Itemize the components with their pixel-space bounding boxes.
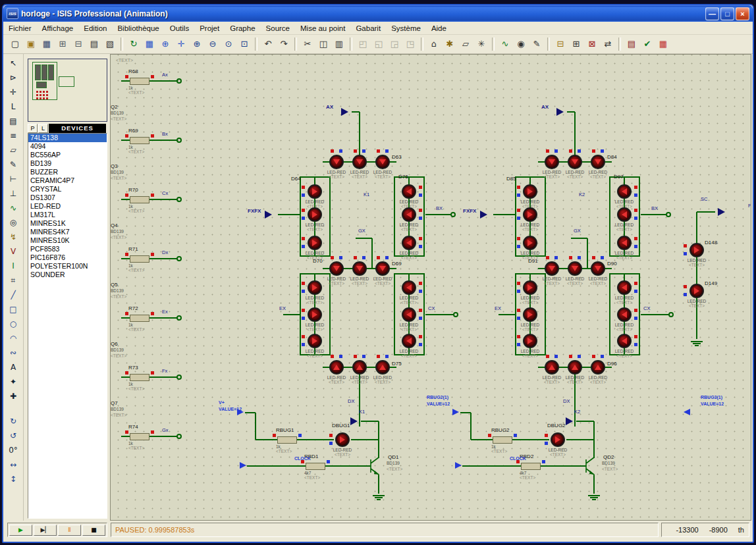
zoom-out[interactable]: ⊖ — [205, 37, 220, 51]
buffer-gate[interactable] — [556, 108, 564, 116]
wire[interactable] — [571, 238, 587, 239]
menu-gabarit[interactable]: Gabarit — [350, 23, 386, 34]
stop-button[interactable]: ■ — [82, 525, 105, 536]
buffer-gate[interactable] — [718, 208, 725, 216]
wire[interactable] — [696, 212, 697, 339]
undo[interactable]: ↶ — [261, 37, 275, 51]
step-button[interactable]: ▶▏ — [34, 525, 57, 536]
close-button[interactable]: × — [736, 7, 749, 20]
clock-flag-arrow-icon[interactable] — [240, 462, 246, 469]
led[interactable] — [402, 207, 416, 222]
wire[interactable] — [593, 421, 595, 458]
2d-text-mode[interactable]: A — [5, 361, 21, 374]
zoom-in[interactable]: ⊕ — [190, 37, 204, 51]
wire-terminal[interactable] — [176, 78, 182, 84]
wire[interactable] — [255, 413, 256, 440]
led[interactable] — [617, 280, 632, 295]
generator-mode[interactable]: ↯ — [5, 230, 21, 244]
bill-of-materials[interactable]: ▤ — [624, 37, 639, 51]
wire[interactable] — [566, 439, 594, 440]
wire[interactable] — [697, 211, 715, 213]
wire[interactable] — [149, 258, 177, 259]
device-item-74ls138[interactable]: 74LS138 — [28, 134, 107, 142]
transistor-qd2[interactable] — [580, 455, 599, 480]
paste-from-clipboard[interactable]: ▥ — [332, 37, 346, 51]
wire[interactable] — [269, 439, 277, 440]
led[interactable] — [523, 334, 537, 348]
led[interactable] — [352, 360, 367, 375]
wire-terminal[interactable] — [176, 434, 182, 439]
decompose-element[interactable]: ✳ — [474, 37, 489, 51]
led[interactable] — [352, 155, 367, 169]
led[interactable] — [329, 155, 344, 169]
led[interactable] — [402, 236, 416, 250]
wire[interactable] — [587, 238, 588, 269]
led-dbug1[interactable] — [335, 432, 350, 447]
text-script-mode[interactable]: ▤ — [5, 115, 21, 128]
device-item-minres10k[interactable]: MINRES10K — [28, 236, 107, 245]
voltage-probe-mode[interactable]: V — [5, 245, 21, 258]
copy-to-clipboard[interactable]: ◫ — [316, 37, 331, 51]
resistor-r71[interactable] — [130, 255, 149, 263]
wire[interactable] — [149, 317, 177, 319]
led-d90[interactable] — [591, 261, 605, 276]
exit-to-parent-sheet[interactable]: ⇄ — [601, 37, 615, 51]
led[interactable] — [308, 207, 322, 222]
led[interactable] — [308, 280, 322, 295]
redraw-display[interactable]: ↻ — [126, 37, 141, 51]
wire-terminal[interactable] — [450, 212, 456, 217]
wire[interactable] — [425, 314, 454, 315]
wire[interactable] — [576, 421, 594, 422]
wire[interactable] — [499, 314, 515, 315]
packaging-tool[interactable]: ▱ — [458, 37, 473, 51]
resistor-rbug1[interactable] — [277, 436, 297, 444]
led[interactable] — [545, 155, 559, 169]
y-mirror[interactable]: ↕ — [5, 473, 21, 486]
wire[interactable] — [641, 314, 670, 315]
wire[interactable] — [297, 465, 306, 467]
resistor-r69[interactable] — [130, 137, 149, 144]
led[interactable] — [568, 360, 582, 375]
resistor-rbd2[interactable] — [521, 463, 541, 470]
wire[interactable] — [149, 436, 177, 437]
2d-path-mode[interactable]: ∾ — [5, 346, 21, 359]
overview-window[interactable] — [28, 59, 107, 122]
led[interactable] — [402, 280, 416, 295]
menu-mise-au-point[interactable]: Mise au point — [295, 23, 350, 34]
2d-symbol-mode[interactable]: ✦ — [5, 375, 21, 388]
print-design[interactable]: ▤ — [87, 37, 101, 51]
terminal-flag[interactable]: FXFX — [463, 208, 476, 214]
wire[interactable] — [121, 199, 130, 200]
led[interactable] — [402, 334, 416, 348]
device-item-pcf8583[interactable]: PCF8583 — [28, 245, 107, 253]
led[interactable] — [523, 280, 537, 295]
search-and-tag[interactable]: ◉ — [514, 37, 528, 51]
resistor-r74[interactable] — [130, 433, 149, 440]
cut-to-clipboard[interactable]: ✂ — [300, 37, 315, 51]
wire[interactable] — [121, 436, 130, 437]
wire-terminal[interactable] — [176, 138, 182, 143]
ground-symbol[interactable] — [588, 495, 600, 502]
led-dbug2[interactable] — [551, 432, 565, 447]
transistor-qd1[interactable] — [364, 455, 384, 480]
graph-mode[interactable]: ∿ — [5, 201, 21, 215]
2d-marker-mode[interactable]: ✚ — [5, 390, 21, 403]
led[interactable] — [617, 307, 632, 322]
wire[interactable] — [149, 199, 177, 200]
netlist-transfer-to-ares[interactable]: ▦ — [656, 37, 670, 51]
export-section[interactable]: ⊟ — [71, 37, 86, 51]
device-pins-mode[interactable]: ⊥ — [5, 187, 21, 200]
wire[interactable] — [278, 214, 300, 215]
wire[interactable] — [541, 465, 550, 467]
library-button[interactable]: L — [38, 124, 48, 133]
ground-symbol[interactable] — [373, 495, 385, 502]
wire[interactable] — [641, 214, 667, 215]
pause-button[interactable]: Ⅱ — [58, 525, 81, 536]
resistor-r70[interactable] — [130, 196, 149, 203]
buffer-gate[interactable] — [265, 211, 272, 219]
led[interactable] — [352, 261, 367, 276]
make-device[interactable]: ✱ — [443, 37, 457, 51]
current-probe-mode[interactable]: I — [5, 259, 21, 272]
menu-biblioth-que[interactable]: Bibliothèque — [112, 23, 164, 34]
led[interactable] — [308, 334, 322, 348]
